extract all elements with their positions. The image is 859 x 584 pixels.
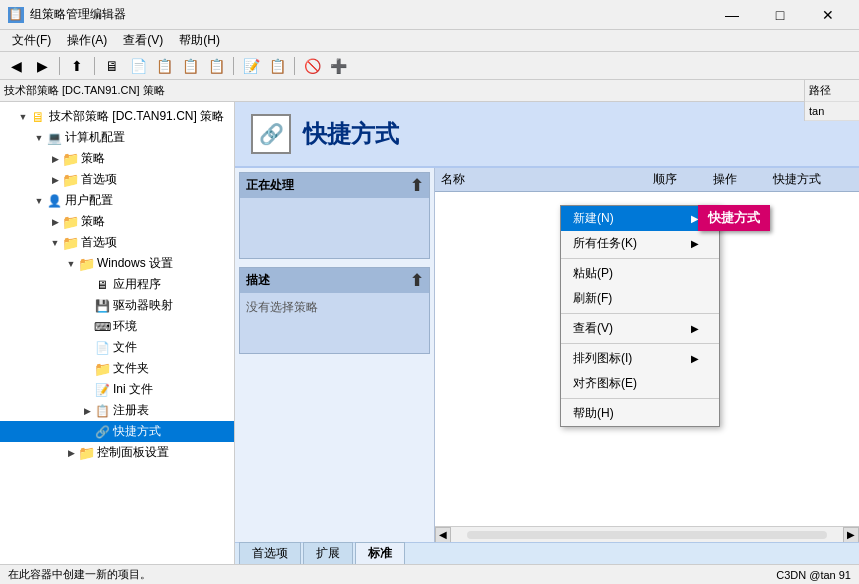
help-button[interactable]: 📝 — [239, 55, 263, 77]
tree-item-app[interactable]: 🖥 应用程序 — [0, 274, 234, 295]
toggle-policy2[interactable]: ▶ — [48, 215, 62, 229]
ctx-arrange-label: 排列图标(I) — [573, 350, 632, 367]
policy2-label: 策略 — [81, 213, 105, 230]
tab-extended[interactable]: 扩展 — [303, 542, 353, 564]
tree-item-file[interactable]: 📄 文件 — [0, 337, 234, 358]
right-panel: 🔗 快捷方式 正在处理 ⬆ 描述 ⬆ — [235, 102, 859, 564]
pref1-label: 首选项 — [81, 171, 117, 188]
tree-item-root[interactable]: ▼ 🖥 技术部策略 [DC.TAN91.CN] 策略 — [0, 106, 234, 127]
env-label: 环境 — [113, 318, 137, 335]
toggle-pref2[interactable]: ▼ — [48, 236, 62, 250]
up-button[interactable]: ⬆ — [65, 55, 89, 77]
ini-icon: 📝 — [94, 382, 110, 398]
tree-item-registry[interactable]: ▶ 📋 注册表 — [0, 400, 234, 421]
tree-item-drive[interactable]: 💾 驱动器映射 — [0, 295, 234, 316]
title-bar: 📋 组策略管理编辑器 — □ ✕ — [0, 0, 859, 30]
tree-item-pref2[interactable]: ▼ 📁 首选项 — [0, 232, 234, 253]
toggle-ini — [80, 383, 94, 397]
processing-panel-header: 正在处理 ⬆ — [240, 173, 429, 198]
ctx-item-view[interactable]: 查看(V) ▶ — [561, 316, 719, 341]
toolbar: ◀ ▶ ⬆ 🖥 📄 📋 📋 📋 📝 📋 🚫 ➕ — [0, 52, 859, 80]
tree-item-ini[interactable]: 📝 Ini 文件 — [0, 379, 234, 400]
registry-icon: 📋 — [94, 403, 110, 419]
toggle-app — [80, 278, 94, 292]
ctx-arrange-arrow: ▶ — [691, 353, 699, 364]
description-collapse[interactable]: ⬆ — [410, 271, 423, 290]
controlpanel-label: 控制面板设置 — [97, 444, 169, 461]
ctx-item-align[interactable]: 对齐图标(E) — [561, 371, 719, 396]
properties-button[interactable]: 📋 — [204, 55, 228, 77]
toggle-computer[interactable]: ▼ — [32, 131, 46, 145]
tree-item-user[interactable]: ▼ 👤 用户配置 — [0, 190, 234, 211]
root-label: 技术部策略 [DC.TAN91.CN] 策略 — [49, 108, 224, 125]
tree-item-folder[interactable]: 📁 文件夹 — [0, 358, 234, 379]
ctx-item-new[interactable]: 新建(N) ▶ — [561, 206, 719, 231]
ctx-item-refresh[interactable]: 刷新(F) — [561, 286, 719, 311]
maximize-button[interactable]: □ — [757, 0, 803, 30]
toolbar-separator-1 — [59, 57, 60, 75]
toggle-root[interactable]: ▼ — [16, 110, 30, 124]
processing-panel: 正在处理 ⬆ — [239, 172, 430, 259]
refresh-button[interactable]: 📋 — [265, 55, 289, 77]
pref2-label: 首选项 — [81, 234, 117, 251]
col-order: 顺序 — [653, 171, 713, 188]
ctx-help-label: 帮助(H) — [573, 405, 614, 422]
tree-item-policy2[interactable]: ▶ 📁 策略 — [0, 211, 234, 232]
toggle-shortcut — [80, 425, 94, 439]
paste-button[interactable]: 📋 — [152, 55, 176, 77]
menu-bar: 文件(F) 操作(A) 查看(V) 帮助(H) — [0, 30, 859, 52]
menu-view[interactable]: 查看(V) — [115, 30, 171, 51]
ctx-item-paste[interactable]: 粘贴(P) — [561, 261, 719, 286]
menu-file[interactable]: 文件(F) — [4, 30, 59, 51]
copy-button[interactable]: 📄 — [126, 55, 150, 77]
ctx-item-alltasks[interactable]: 所有任务(K) ▶ — [561, 231, 719, 256]
add-button[interactable]: ➕ — [326, 55, 350, 77]
tree-item-env[interactable]: ⌨ 环境 — [0, 316, 234, 337]
hscroll-track[interactable] — [467, 531, 827, 539]
col-name: 名称 — [441, 171, 653, 188]
minimize-button[interactable]: — — [709, 0, 755, 30]
menu-action[interactable]: 操作(A) — [59, 30, 115, 51]
ctx-item-help[interactable]: 帮助(H) — [561, 401, 719, 426]
forward-button[interactable]: ▶ — [30, 55, 54, 77]
tree-panel: ▼ 🖥 技术部策略 [DC.TAN91.CN] 策略 ▼ 💻 计算机配置 ▶ 📁… — [0, 102, 235, 564]
ini-label: Ini 文件 — [113, 381, 153, 398]
path-text: 技术部策略 [DC.TAN91.CN] 策略 — [4, 83, 165, 98]
show-hide-button[interactable]: 🖥 — [100, 55, 124, 77]
menu-help[interactable]: 帮助(H) — [171, 30, 228, 51]
description-text: 没有选择策略 — [246, 300, 318, 314]
back-button[interactable]: ◀ — [4, 55, 28, 77]
tree-item-shortcut[interactable]: 🔗 快捷方式 — [0, 421, 234, 442]
block-button[interactable]: 🚫 — [300, 55, 324, 77]
ctx-sep-3 — [561, 343, 719, 344]
toggle-user[interactable]: ▼ — [32, 194, 46, 208]
ctx-refresh-label: 刷新(F) — [573, 290, 612, 307]
tree-item-controlpanel[interactable]: ▶ 📁 控制面板设置 — [0, 442, 234, 463]
toggle-file — [80, 341, 94, 355]
tab-standard[interactable]: 标准 — [355, 542, 405, 564]
shortcut-icon: 🔗 — [94, 424, 110, 440]
tab-preferences[interactable]: 首选项 — [239, 542, 301, 564]
processing-collapse[interactable]: ⬆ — [410, 176, 423, 195]
computer-label: 计算机配置 — [65, 129, 125, 146]
toggle-winsettings[interactable]: ▼ — [64, 257, 78, 271]
shortcut-label: 快捷方式 — [113, 423, 161, 440]
controlpanel-icon: 📁 — [78, 445, 94, 461]
toggle-pref1[interactable]: ▶ — [48, 173, 62, 187]
context-menu: 新建(N) ▶ 所有任务(K) ▶ 粘贴(P) 刷新(F) 查看(V) ▶ 排列… — [560, 205, 720, 427]
close-button[interactable]: ✕ — [805, 0, 851, 30]
env-icon: ⌨ — [94, 319, 110, 335]
ctx-item-arrange[interactable]: 排列图标(I) ▶ — [561, 346, 719, 371]
toggle-policy1[interactable]: ▶ — [48, 152, 62, 166]
app-icon: 📋 — [8, 7, 24, 23]
tree-item-winsettings[interactable]: ▼ 📁 Windows 设置 — [0, 253, 234, 274]
tree-item-computer[interactable]: ▼ 💻 计算机配置 — [0, 127, 234, 148]
delete-button[interactable]: 📋 — [178, 55, 202, 77]
tree-item-policy1[interactable]: ▶ 📁 策略 — [0, 148, 234, 169]
hscroll-left[interactable]: ◀ — [435, 527, 451, 543]
ctx-paste-label: 粘贴(P) — [573, 265, 613, 282]
hscroll-right[interactable]: ▶ — [843, 527, 859, 543]
toggle-controlpanel[interactable]: ▶ — [64, 446, 78, 460]
toggle-registry[interactable]: ▶ — [80, 404, 94, 418]
tree-item-pref1[interactable]: ▶ 📁 首选项 — [0, 169, 234, 190]
